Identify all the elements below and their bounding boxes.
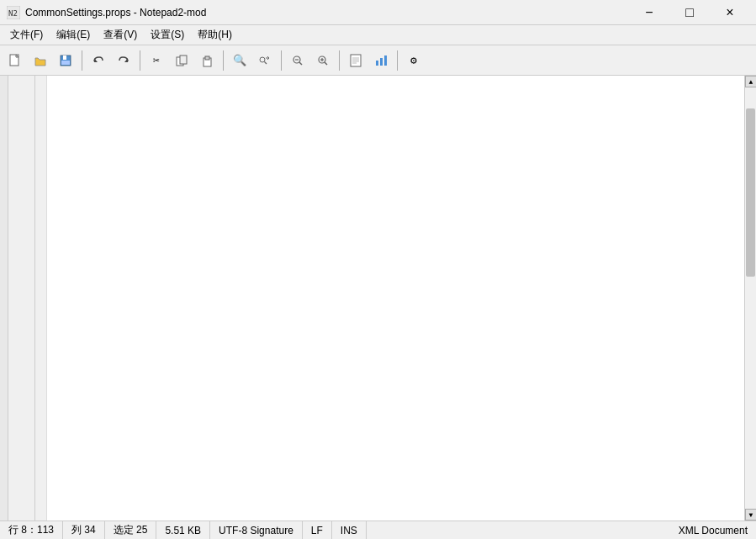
toolbar-sep-5 <box>339 50 340 71</box>
svg-rect-13 <box>205 56 209 60</box>
status-column: 列 34 <box>63 521 105 539</box>
svg-point-14 <box>260 57 265 62</box>
status-encoding: UTF-8 Signature <box>210 521 303 539</box>
zoom-in-button[interactable] <box>311 49 335 72</box>
fold-column <box>35 76 47 521</box>
menu-edit[interactable]: 编辑(E) <box>50 25 97 45</box>
svg-rect-23 <box>351 55 361 66</box>
menu-help[interactable]: 帮助(H) <box>191 25 239 45</box>
open-button[interactable] <box>29 49 52 72</box>
paste-button[interactable] <box>195 49 219 72</box>
minimize-button[interactable]: − <box>630 0 669 25</box>
page-button[interactable] <box>344 49 367 72</box>
status-size: 5.51 KB <box>156 521 210 539</box>
toolbar-sep-2 <box>140 50 140 71</box>
svg-rect-29 <box>380 58 383 66</box>
chart-button[interactable] <box>369 49 393 72</box>
close-button[interactable]: × <box>711 0 749 25</box>
code-editor[interactable] <box>47 76 744 521</box>
svg-line-22 <box>325 62 327 65</box>
line-numbers <box>8 76 35 521</box>
editor-main: ▲ ▼ <box>0 76 756 521</box>
left-margin <box>0 76 8 521</box>
toolbar-sep-1 <box>82 50 82 71</box>
svg-rect-6 <box>63 55 66 60</box>
toolbar-sep-6 <box>397 50 398 71</box>
title-bar: N2 CommonSettings.props - Notepad2-mod −… <box>0 0 756 25</box>
menu-bar: 文件(F) 编辑(E) 查看(V) 设置(S) 帮助(H) <box>0 25 756 45</box>
status-doc-type: XML Document <box>367 521 756 539</box>
scroll-thumb[interactable] <box>746 108 755 277</box>
menu-view[interactable]: 查看(V) <box>97 25 144 45</box>
svg-rect-11 <box>180 55 187 64</box>
svg-rect-30 <box>384 55 387 66</box>
menu-settings[interactable]: 设置(S) <box>144 25 191 45</box>
zoom-out-button[interactable] <box>286 49 309 72</box>
redo-button[interactable] <box>112 49 135 72</box>
svg-rect-28 <box>376 61 378 66</box>
save-button[interactable] <box>54 49 77 72</box>
maximize-button[interactable]: □ <box>670 0 709 25</box>
settings-button[interactable]: ⚙ <box>402 49 426 72</box>
svg-line-15 <box>265 61 267 64</box>
svg-line-18 <box>299 62 302 65</box>
window-title: CommonSettings.props - Notepad2-mod <box>25 7 630 18</box>
vertical-scrollbar[interactable]: ▲ ▼ <box>744 76 756 521</box>
toolbar-sep-3 <box>223 50 224 71</box>
scroll-down-arrow[interactable]: ▼ <box>745 509 756 521</box>
svg-rect-7 <box>61 61 70 65</box>
window-controls: − □ × <box>630 0 749 25</box>
scroll-up-arrow[interactable]: ▲ <box>745 76 756 87</box>
cut-button[interactable]: ✂ <box>145 49 168 72</box>
replace-button[interactable] <box>253 49 277 72</box>
copy-button[interactable] <box>170 49 193 72</box>
status-position: 行 8：113 <box>0 521 63 539</box>
toolbar-sep-4 <box>281 50 282 71</box>
status-line-ending: LF <box>303 521 332 539</box>
status-insert-mode: INS <box>332 521 367 539</box>
scroll-track[interactable] <box>745 87 756 509</box>
menu-file[interactable]: 文件(F) <box>3 25 50 45</box>
find-button[interactable]: 🔍 <box>228 49 251 72</box>
status-bar: 行 8：113 列 34 选定 25 5.51 KB UTF-8 Signatu… <box>0 521 756 539</box>
svg-text:N2: N2 <box>8 9 18 18</box>
undo-button[interactable] <box>87 49 110 72</box>
new-button[interactable] <box>3 49 27 72</box>
status-selection: 选定 25 <box>105 521 157 539</box>
app-icon: N2 <box>7 6 20 19</box>
toolbar: ✂ 🔍 ⚙ <box>0 45 756 76</box>
